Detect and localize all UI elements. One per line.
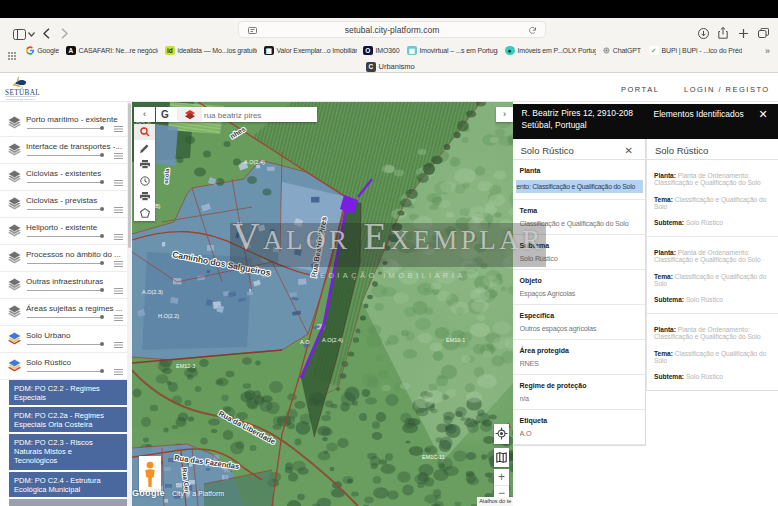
svg-text:EM1C-11: EM1C-11 — [422, 454, 445, 460]
svg-text:EM10-1: EM10-1 — [446, 337, 465, 343]
svg-text:SETÚBAL: SETÚBAL — [5, 87, 40, 97]
svg-text:A.O(2.4): A.O(2.4) — [244, 159, 265, 165]
svg-text:H.O(2.2): H.O(2.2) — [158, 313, 179, 319]
svg-text:MUNICÍPIO DE SETÚBAL: MUNICÍPIO DE SETÚBAL — [6, 98, 36, 100]
svg-text:EM12-3: EM12-3 — [176, 363, 195, 369]
svg-text:A.O(2.3): A.O(2.3) — [142, 289, 163, 295]
svg-text:A.O: A.O — [300, 339, 310, 345]
svg-text:A.O(2.4): A.O(2.4) — [322, 337, 343, 343]
